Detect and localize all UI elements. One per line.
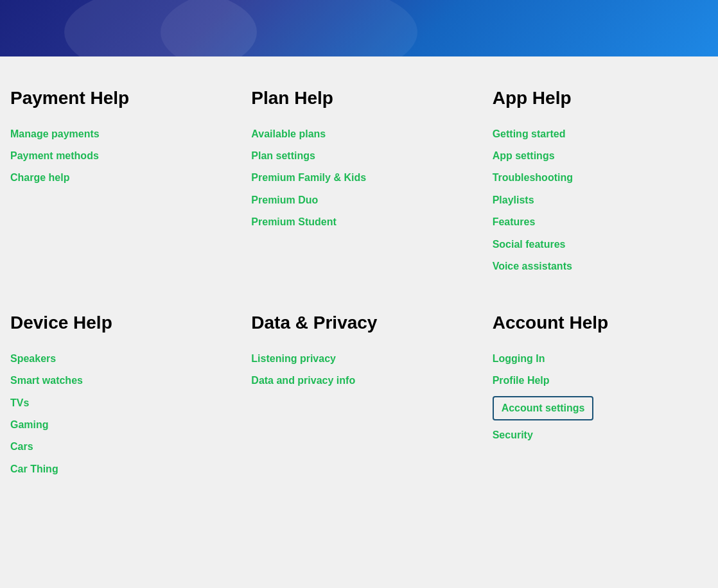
- link-cars[interactable]: Cars: [10, 440, 33, 454]
- list-item: Logging In: [493, 352, 708, 366]
- link-gaming[interactable]: Gaming: [10, 418, 49, 432]
- plan-help-title: Plan Help: [251, 87, 466, 109]
- link-getting-started[interactable]: Getting started: [493, 127, 566, 141]
- link-logging-in[interactable]: Logging In: [493, 352, 545, 366]
- list-item: Manage payments: [10, 127, 225, 141]
- link-premium-family--kids[interactable]: Premium Family & Kids: [251, 171, 366, 185]
- header-banner: [0, 0, 718, 56]
- section-app-help: App HelpGetting startedApp settingsTroub…: [493, 87, 708, 273]
- list-item: Playlists: [493, 193, 708, 207]
- link-smart-watches[interactable]: Smart watches: [10, 374, 83, 388]
- account-help-links: Logging InProfile HelpAccount settingsSe…: [493, 352, 708, 443]
- link-charge-help[interactable]: Charge help: [10, 171, 69, 185]
- list-item: Getting started: [493, 127, 708, 141]
- list-item: Plan settings: [251, 149, 466, 163]
- main-content: Payment HelpManage paymentsPayment metho…: [0, 56, 718, 507]
- payment-help-title: Payment Help: [10, 87, 225, 109]
- list-item: Data and privacy info: [251, 374, 466, 388]
- sections-grid: Payment HelpManage paymentsPayment metho…: [10, 87, 708, 476]
- data-privacy-title: Data & Privacy: [251, 312, 466, 334]
- link-profile-help[interactable]: Profile Help: [493, 374, 550, 388]
- list-item: Account settings: [493, 396, 708, 420]
- list-item: Premium Duo: [251, 193, 466, 207]
- link-listening-privacy[interactable]: Listening privacy: [251, 352, 336, 366]
- section-plan-help: Plan HelpAvailable plansPlan settingsPre…: [251, 87, 466, 273]
- device-help-links: SpeakersSmart watchesTVsGamingCarsCar Th…: [10, 352, 225, 476]
- list-item: Listening privacy: [251, 352, 466, 366]
- list-item: Available plans: [251, 127, 466, 141]
- section-account-help: Account HelpLogging InProfile HelpAccoun…: [493, 312, 708, 476]
- list-item: Payment methods: [10, 149, 225, 163]
- link-plan-settings[interactable]: Plan settings: [251, 149, 315, 163]
- link-payment-methods[interactable]: Payment methods: [10, 149, 99, 163]
- link-social-features[interactable]: Social features: [493, 238, 566, 252]
- list-item: Charge help: [10, 171, 225, 185]
- list-item: App settings: [493, 149, 708, 163]
- list-item: Security: [493, 428, 708, 442]
- section-data-privacy: Data & PrivacyListening privacyData and …: [251, 312, 466, 476]
- data-privacy-links: Listening privacyData and privacy info: [251, 352, 466, 388]
- app-help-links: Getting startedApp settingsTroubleshooti…: [493, 127, 708, 274]
- list-item: Troubleshooting: [493, 171, 708, 185]
- link-app-settings[interactable]: App settings: [493, 149, 555, 163]
- payment-help-links: Manage paymentsPayment methodsCharge hel…: [10, 127, 225, 186]
- list-item: Premium Student: [251, 215, 466, 229]
- list-item: TVs: [10, 396, 225, 410]
- list-item: Voice assistants: [493, 259, 708, 273]
- list-item: Gaming: [10, 418, 225, 432]
- link-troubleshooting[interactable]: Troubleshooting: [493, 171, 573, 185]
- link-data-and-privacy-info[interactable]: Data and privacy info: [251, 374, 355, 388]
- link-voice-assistants[interactable]: Voice assistants: [493, 259, 572, 273]
- link-premium-duo[interactable]: Premium Duo: [251, 193, 318, 207]
- list-item: Car Thing: [10, 462, 225, 476]
- account-help-title: Account Help: [493, 312, 708, 334]
- link-speakers[interactable]: Speakers: [10, 352, 56, 366]
- link-playlists[interactable]: Playlists: [493, 193, 534, 207]
- list-item: Social features: [493, 238, 708, 252]
- list-item: Features: [493, 215, 708, 229]
- link-features[interactable]: Features: [493, 215, 536, 229]
- device-help-title: Device Help: [10, 312, 225, 334]
- list-item: Cars: [10, 440, 225, 454]
- list-item: Profile Help: [493, 374, 708, 388]
- section-device-help: Device HelpSpeakersSmart watchesTVsGamin…: [10, 312, 225, 476]
- link-premium-student[interactable]: Premium Student: [251, 215, 336, 229]
- app-help-title: App Help: [493, 87, 708, 109]
- section-payment-help: Payment HelpManage paymentsPayment metho…: [10, 87, 225, 273]
- list-item: Smart watches: [10, 374, 225, 388]
- list-item: Premium Family & Kids: [251, 171, 466, 185]
- link-available-plans[interactable]: Available plans: [251, 127, 326, 141]
- link-car-thing[interactable]: Car Thing: [10, 462, 58, 476]
- link-manage-payments[interactable]: Manage payments: [10, 127, 100, 141]
- link-security[interactable]: Security: [493, 428, 533, 442]
- list-item: Speakers: [10, 352, 225, 366]
- plan-help-links: Available plansPlan settingsPremium Fami…: [251, 127, 466, 230]
- link-account-settings[interactable]: Account settings: [493, 396, 594, 420]
- link-tvs[interactable]: TVs: [10, 396, 29, 410]
